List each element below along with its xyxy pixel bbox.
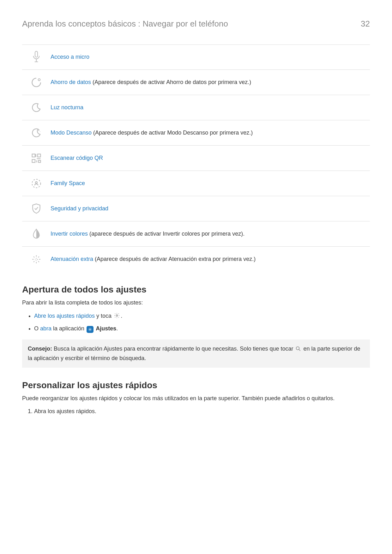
table-row: Modo Descanso (Aparece después de activa… [22, 120, 370, 146]
row-note: (Aparece después de activar Modo Descans… [92, 129, 253, 136]
bedtime-icon [31, 128, 42, 138]
svg-rect-0 [35, 51, 38, 57]
data-saver-icon [31, 77, 42, 88]
svg-point-5 [40, 131, 40, 132]
svg-point-14 [35, 182, 37, 184]
table-row: Acceso a micro [22, 45, 370, 70]
svg-line-23 [38, 256, 39, 257]
security-privacy-link[interactable]: Seguridad y privacidad [51, 205, 108, 212]
microphone-icon [31, 51, 41, 63]
qr-scan-link[interactable]: Escanear código QR [51, 155, 103, 161]
tip-text: Busca la aplicación Ajustes para encontr… [52, 346, 295, 352]
bullet-text: . [116, 325, 118, 332]
svg-line-27 [299, 350, 301, 351]
table-row: Luz nocturna [22, 95, 370, 120]
tip-box: Consejo: Busca la aplicación Ajustes par… [22, 340, 370, 368]
open-quick-settings-link[interactable]: Abre los ajustes rápidos [34, 313, 95, 319]
bullet-text: y toca [95, 313, 113, 319]
customize-qs-heading: Personalizar los ajustes rápidos [22, 380, 370, 390]
quick-settings-table: Acceso a micro Ahorro de datos (Aparece … [22, 45, 370, 272]
row-note: (aparece después de activar Invertir col… [88, 231, 244, 237]
gear-outline-icon [114, 312, 120, 322]
list-item: Abre los ajustes rápidos y toca . [34, 311, 370, 322]
table-row: Invertir colores (aparece después de act… [22, 221, 370, 247]
customize-qs-intro: Puede reorganizar los ajustes rápidos y … [22, 394, 370, 402]
svg-line-20 [33, 256, 34, 257]
data-saver-link[interactable]: Ahorro de datos [51, 79, 91, 85]
invert-colors-icon [32, 228, 41, 240]
table-row: Ahorro de datos (Aparece después de acti… [22, 70, 370, 95]
open-all-settings-heading: Apertura de todos los ajustes [22, 285, 370, 295]
extra-dim-link[interactable]: Atenuación extra [51, 256, 93, 262]
open-all-settings-intro: Para abrir la lista completa de todos lo… [22, 298, 370, 307]
svg-line-21 [38, 261, 39, 262]
list-item: O abra la aplicación Ajustes. [34, 324, 370, 334]
svg-rect-6 [32, 154, 35, 157]
mic-access-link[interactable]: Acceso a micro [51, 54, 89, 60]
family-space-icon [31, 178, 42, 189]
row-note: (Aparece después de activar Ahorro de da… [91, 79, 251, 85]
bedtime-link[interactable]: Modo Descanso [51, 129, 92, 136]
invert-colors-link[interactable]: Invertir colores [51, 231, 88, 237]
table-row: Seguridad y privacidad [22, 196, 370, 221]
svg-line-22 [33, 261, 34, 262]
night-light-link[interactable]: Luz nocturna [51, 104, 83, 111]
svg-rect-7 [38, 154, 40, 157]
svg-point-15 [35, 258, 38, 261]
settings-app-name: Ajustes [96, 325, 116, 332]
family-space-link[interactable]: Family Space [51, 180, 85, 186]
step-item: Abra los ajustes rápidos. [34, 407, 370, 416]
svg-point-26 [296, 347, 299, 350]
svg-rect-12 [39, 160, 41, 162]
row-note: (Aparece después de activar Atenuación e… [93, 256, 256, 262]
page-number: 32 [361, 19, 370, 29]
table-row: Escanear código QR [22, 146, 370, 171]
table-row: Family Space [22, 171, 370, 196]
qr-icon [31, 153, 41, 163]
bullet-text: la aplicación [51, 325, 86, 332]
breadcrumb: Aprenda los conceptos básicos : Navegar … [22, 19, 228, 29]
table-row: Atenuación extra (Aparece después de act… [22, 247, 370, 272]
moon-icon [31, 102, 42, 113]
tip-label: Consejo: [28, 346, 52, 352]
search-icon [295, 346, 301, 354]
bullet-text: O [34, 325, 40, 332]
shield-check-icon [31, 203, 41, 214]
svg-point-25 [89, 329, 91, 330]
extra-dim-icon [31, 254, 42, 265]
svg-point-24 [116, 315, 118, 316]
svg-rect-8 [32, 160, 35, 162]
bullet-text: . [121, 313, 122, 319]
open-app-link[interactable]: abra [40, 325, 51, 332]
settings-app-icon [87, 326, 93, 333]
